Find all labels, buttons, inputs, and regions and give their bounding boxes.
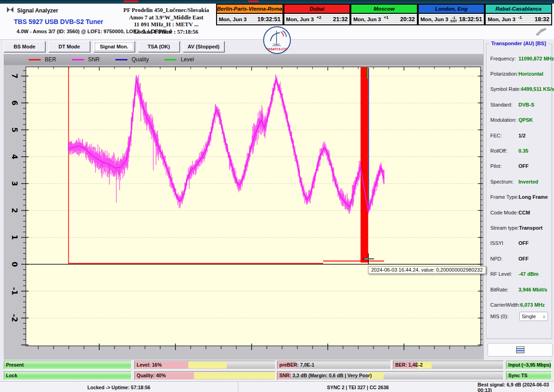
y-axis-label-7: 7: [10, 73, 19, 78]
tp-row-pilot-: Pilot:OFF: [487, 159, 552, 174]
tp-label: Polarization:: [490, 71, 518, 77]
statusbar-best-signal: Best signal: 6,9 dB (2024-06-03 00:13): [478, 382, 554, 392]
clock-date: Mon, Jun 3: [353, 17, 381, 22]
tp-value: QPSK: [518, 117, 548, 123]
statusbar-lock: Locked -> Uptime: 57:18:56: [0, 382, 238, 392]
tp-value: -47 dBm: [518, 271, 548, 277]
tp-label: FEC:: [490, 133, 502, 138]
tp-row-issyi: ISSYIOFF: [487, 236, 552, 251]
clock-time-row: Mon, Jun 3-118:32: [485, 14, 552, 25]
tab-bs-mode[interactable]: BS Mode: [4, 41, 45, 52]
mis-value: Single: [522, 314, 536, 319]
legend-label: BER: [45, 56, 56, 63]
clock-date: Mon, Jun 3: [219, 17, 247, 22]
clock-london-eng: London, EngMon, Jun 3-1DST18:32:51: [418, 4, 485, 27]
tp-label: Code Mode:: [490, 210, 518, 215]
tp-row-npd-: NPD:OFF: [487, 251, 552, 266]
top-strip-accent: [248, 0, 259, 2]
tp-row-rf-level-: RF Level:-47 dBm: [487, 266, 552, 281]
tp-row-polarization-: Polarization:Horizontal: [487, 66, 552, 81]
meter-level: Level: 16%: [134, 361, 276, 369]
tp-value: OFF: [518, 256, 548, 261]
tab-tsa-ok-[interactable]: TSA (OK): [138, 41, 180, 52]
y-axis-label-4: 4: [10, 154, 19, 159]
y-axis-label-5: 5: [10, 127, 19, 132]
statusbar: Locked -> Uptime: 57:18:56 SYNC 2 | TEI …: [0, 382, 554, 392]
dxsatcs-logo-circle: DXSATCS.COM: [263, 26, 291, 54]
meter-label: Lock: [4, 372, 131, 379]
tp-row-bitrate-: BitRate:3,946 Mbit/s: [487, 282, 552, 297]
tp-row-modulation-: Modulation:QPSK: [487, 113, 552, 128]
dxsatcs-caption: DXSATCS.COM: [265, 48, 290, 51]
clock-berlin-paris-vienna-roma: Berlin-Paris-Vienna-RomaMon, Jun 319:32:…: [216, 4, 283, 27]
tp-value: 11090,872 MHz: [518, 56, 548, 61]
y-axis-label--2: -2: [10, 314, 19, 322]
signal-analyzer-window: { "window": { "title": "Signal Analyzer"…: [0, 0, 554, 392]
clock-time-row: Mon, Jun 3-1DST18:32:51: [418, 14, 485, 25]
chart-svg[interactable]: 76543210-1-2: [4, 65, 483, 360]
legend-item-quality: Quality: [115, 56, 149, 63]
tp-row-fec-: FEC:1/2: [487, 128, 552, 143]
tp-row-spectrum-: Spectrum:Inverted: [487, 174, 552, 189]
legend-label: SNR: [88, 56, 100, 63]
tuner-name: TBS 5927 USB DVB-S2 Tuner: [14, 18, 103, 25]
meter-preber: preBER: 7,0E-1: [277, 361, 391, 369]
y-axis-label-2: 2: [10, 208, 19, 213]
site-info: PF Prodelin 450_Lučenec/Slovakia Amos 7 …: [116, 7, 216, 36]
world-clocks: Berlin-Paris-Vienna-RomaMon, Jun 319:32:…: [216, 4, 552, 27]
tp-value: 0.35: [518, 148, 548, 154]
clock-offset: -1DST: [451, 16, 457, 23]
tp-label: Symbol Rate:: [490, 86, 521, 92]
legend-label: Level: [181, 56, 194, 63]
tab-av-stopped-[interactable]: AV (Stopped): [183, 41, 224, 52]
tp-label: Spectrum:: [490, 179, 513, 184]
clock-offset: +2: [317, 15, 321, 20]
clock-time-row: Mon, Jun 319:32:51: [216, 14, 283, 25]
statusbar-sync: SYNC 2 | TEI 327 | CC 2638: [238, 382, 478, 392]
y-axis-label-1: 1: [10, 235, 19, 240]
tp-value: 4499,511 KS/s: [521, 86, 550, 92]
tp-row-carrierwidth-: CarrierWidth:6,073 MHz: [487, 297, 552, 312]
site-line-2: Amos 7 at 3.9°W_Middle East: [116, 14, 216, 22]
clock-rabat-casablanca: Rabat-CasablancaMon, Jun 3-118:32: [485, 4, 552, 27]
tp-row-code-mode-: Code Mode:CCM: [487, 205, 552, 220]
clock-city: Moscow: [350, 4, 418, 14]
transponder-title: Transponder (AU) [BS]: [490, 41, 548, 46]
legend-label: Quality: [132, 56, 149, 63]
clock-time: 19:32:51: [258, 16, 281, 23]
tp-label: NPD:: [490, 256, 502, 261]
transponder-groupbox: Transponder (AU) [BS] Frequency:11090,87…: [486, 44, 552, 339]
tp-value: 3,946 Mbit/s: [518, 287, 548, 292]
meter-label: preBER: 7,0E-1: [277, 361, 391, 368]
tp-row-frequency-: Frequency:11090,872 MHz: [487, 51, 552, 66]
clock-date: Mon, Jun 3: [488, 17, 515, 22]
meter-label: Quality: 40%: [135, 372, 275, 379]
legend-item-snr: SNR: [72, 56, 100, 63]
tp-label: Standard:: [490, 102, 512, 107]
stream-list-button[interactable]: [488, 343, 553, 356]
clock-time: 20:32: [400, 16, 415, 23]
clock-time-row: Mon, Jun 3+120:32: [350, 14, 418, 25]
background-window-strip: [0, 0, 554, 4]
meter-input-3-95-mbps-: Input (~3,95 Mbps): [506, 361, 552, 369]
tp-value: Transport: [519, 225, 548, 231]
list-icon: [516, 346, 524, 353]
tp-label: Stream type:: [490, 225, 519, 231]
legend-swatch-level: [164, 59, 176, 60]
clock-dubai: DubaiMon, Jun 3+221:32: [283, 4, 351, 27]
clock-city: Dubai: [283, 4, 351, 14]
legend-swatch-ber: [29, 59, 41, 60]
tab-signal-mon-[interactable]: Signal Mon.: [93, 41, 135, 52]
app-icon: [6, 6, 14, 15]
clock-city: Berlin-Paris-Vienna-Roma: [216, 4, 283, 14]
tp-value: OFF: [518, 163, 548, 169]
top-strip-accent: [124, 0, 138, 2]
tp-value: 1/2: [518, 133, 548, 138]
clock-time: 18:32: [535, 16, 549, 23]
tp-value: 6,073 MHz: [520, 302, 548, 308]
meter-ber: BER: 1,4E-2: [393, 361, 504, 369]
clock-date: Mon, Jun 3: [421, 17, 448, 22]
tab-dt-mode[interactable]: DT Mode: [48, 41, 90, 52]
meter-label: Level: 16%: [135, 361, 275, 368]
mis-dropdown[interactable]: Single ∨: [519, 312, 548, 321]
